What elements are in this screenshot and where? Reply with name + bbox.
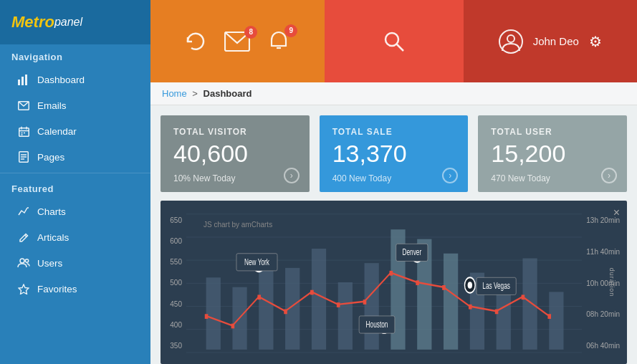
stat-card-visitors: TOTAL VISITOR 40,600 10% New Today › <box>161 115 310 192</box>
stat-users-arrow[interactable]: › <box>601 168 617 183</box>
stat-sales-sub: 400 New Today <box>332 173 456 183</box>
sidebar-item-dashboard[interactable]: Dashboard <box>0 67 150 92</box>
sidebar-item-articles[interactable]: Articals <box>0 224 150 250</box>
svg-rect-59 <box>495 310 499 315</box>
svg-point-67 <box>468 282 472 288</box>
right-axis-label: duration <box>609 268 616 297</box>
y-label-600: 600 <box>168 237 182 245</box>
logo-metro: Metro <box>11 13 54 32</box>
svg-rect-40 <box>365 263 379 350</box>
svg-rect-2 <box>25 75 27 85</box>
svg-rect-1 <box>21 77 24 85</box>
stats-row: TOTAL VISITOR 40,600 10% New Today › TOT… <box>150 105 637 192</box>
featured-section-label: Featured <box>0 176 150 198</box>
svg-marker-19 <box>19 284 29 294</box>
breadcrumb-separator: > <box>192 88 198 99</box>
user-name: John Deo <box>533 35 579 47</box>
sidebar-favorites-label: Favorites <box>37 284 77 294</box>
stat-visitors-sub: 10% New Today <box>173 173 297 183</box>
sidebar-item-users[interactable]: Users <box>0 250 150 276</box>
chart-svg: New York Denver Las Vegas Houston <box>186 201 582 364</box>
breadcrumb-current: Dashboard <box>203 88 252 99</box>
notification-button[interactable]: 9 <box>267 30 290 53</box>
svg-rect-4 <box>19 128 29 136</box>
y-label-650: 650 <box>168 216 182 224</box>
svg-rect-58 <box>469 305 472 310</box>
svg-rect-46 <box>522 258 537 349</box>
navigation-section-label: Navigation <box>0 44 150 67</box>
svg-rect-34 <box>206 277 221 350</box>
svg-rect-50 <box>257 294 261 300</box>
stat-card-sales: TOTAL SALE 13,370 400 New Today › <box>320 115 469 192</box>
notification-badge: 9 <box>284 24 297 37</box>
logo-area: Metro panel <box>0 0 150 44</box>
svg-rect-61 <box>547 314 551 319</box>
edit-icon <box>17 231 30 244</box>
sidebar-item-emails[interactable]: Emails <box>0 92 150 118</box>
svg-text:Houston: Houston <box>366 320 388 330</box>
sidebar-dashboard-label: Dashboard <box>37 75 85 85</box>
svg-text:New York: New York <box>244 257 270 267</box>
r-label-4: 08h 20min <box>586 310 620 318</box>
topbar: 8 9 John Deo ⚙ <box>150 0 637 82</box>
stat-sales-arrow[interactable]: › <box>442 168 458 183</box>
sidebar-pages-label: Pages <box>37 152 64 163</box>
svg-rect-56 <box>416 280 419 285</box>
r-label-5: 06h 40min <box>586 342 620 350</box>
stat-users-value: 15,200 <box>491 140 614 168</box>
stat-visitors-arrow[interactable]: › <box>284 168 300 183</box>
charts-icon <box>17 205 30 218</box>
users-icon <box>17 257 30 269</box>
y-label-450: 450 <box>168 300 182 308</box>
svg-rect-55 <box>390 271 393 276</box>
breadcrumb: Home > Dashboard <box>150 82 637 105</box>
r-label-2: 11h 40min <box>586 248 620 256</box>
sidebar: Metro panel Navigation Dashboard Emails … <box>0 0 150 364</box>
stat-visitors-label: TOTAL VISITOR <box>173 127 297 137</box>
y-label-350: 350 <box>168 342 182 350</box>
svg-point-23 <box>385 33 398 46</box>
stat-sales-label: TOTAL SALE <box>332 127 456 137</box>
chart-close-button[interactable]: × <box>613 206 620 219</box>
bar-chart-icon <box>17 73 30 86</box>
mail-button[interactable]: 8 <box>224 32 250 52</box>
svg-rect-38 <box>312 249 326 350</box>
star-icon <box>17 282 30 295</box>
chart-right-axis: 13h 20min 11h 40min 10h 00min 08h 20min … <box>582 201 627 364</box>
sidebar-item-charts[interactable]: Charts <box>0 198 150 224</box>
refresh-button[interactable] <box>184 30 207 53</box>
svg-rect-60 <box>522 294 525 300</box>
email-icon <box>17 99 30 112</box>
sidebar-item-pages[interactable]: Pages <box>0 144 150 170</box>
y-label-400: 400 <box>168 321 182 329</box>
svg-point-18 <box>25 259 28 262</box>
sidebar-calendar-label: Calendar <box>37 126 77 137</box>
sidebar-charts-label: Charts <box>37 206 66 217</box>
svg-point-17 <box>20 259 24 263</box>
svg-rect-47 <box>549 292 563 349</box>
mail-badge: 8 <box>244 26 257 39</box>
sidebar-item-favorites[interactable]: Favorites <box>0 276 150 302</box>
sidebar-emails-label: Emails <box>37 100 67 111</box>
svg-rect-48 <box>205 314 209 319</box>
search-button[interactable] <box>325 0 464 82</box>
svg-text:Las Vegas: Las Vegas <box>482 282 510 291</box>
chart-inner: New York Denver Las Vegas Houston <box>186 201 582 364</box>
stat-sales-value: 13,370 <box>332 140 456 168</box>
pages-icon <box>17 150 30 163</box>
breadcrumb-home[interactable]: Home <box>162 88 187 99</box>
chart-area: × JS chart by amCharts 650 600 550 500 4… <box>161 201 627 364</box>
stat-users-sub: 470 New Today <box>491 173 614 183</box>
main-content: 8 9 John Deo ⚙ <box>150 0 637 364</box>
sidebar-users-label: Users <box>37 258 62 269</box>
user-profile-button[interactable]: John Deo ⚙ <box>464 0 638 82</box>
y-label-550: 550 <box>168 258 182 266</box>
settings-icon[interactable]: ⚙ <box>589 33 602 50</box>
calendar-icon <box>17 125 30 138</box>
svg-text:Denver: Denver <box>402 248 421 257</box>
stat-card-users: TOTAL USER 15,200 470 New Today › <box>478 115 627 192</box>
svg-rect-53 <box>337 302 340 307</box>
chart-y-axis: 650 600 550 500 450 400 350 distance <box>161 201 186 364</box>
sidebar-item-calendar[interactable]: Calendar <box>0 118 150 144</box>
svg-rect-52 <box>310 290 314 295</box>
